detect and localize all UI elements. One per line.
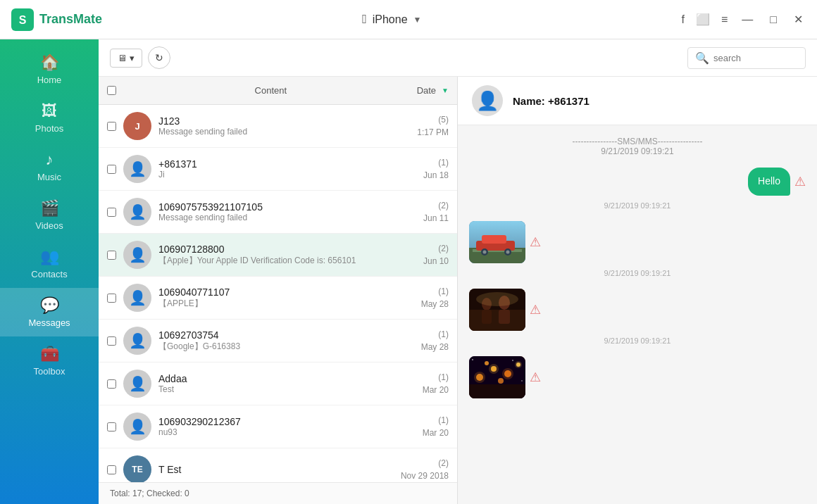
row-checkbox[interactable]: [107, 422, 116, 431]
table-row[interactable]: 👤 106907128800 【Apple】Your Apple ID Veri…: [99, 234, 457, 277]
msg-preview: Message sending failed: [158, 213, 418, 222]
toolbar-left: 🖥 ▾ ↻: [110, 46, 170, 69]
content-area: 🖥 ▾ ↻ 🔍 Content Date ▼: [99, 39, 817, 504]
search-box[interactable]: 🔍: [687, 47, 806, 69]
minimize-button[interactable]: —: [739, 12, 756, 27]
search-icon: 🔍: [695, 51, 709, 65]
row-checkbox[interactable]: [107, 294, 116, 303]
screen-button[interactable]: 🖥 ▾: [110, 49, 142, 68]
menu-icon[interactable]: ≡: [721, 13, 728, 26]
avatar-placeholder-icon: 👤: [129, 332, 146, 349]
screen-dropdown-icon: ▾: [130, 53, 135, 63]
msg-preview: 【APPLE】: [158, 298, 416, 310]
sidebar-item-home[interactable]: 🏠 Home: [0, 45, 99, 94]
table-row[interactable]: 👤 10692703754 【Google】G-616383 (1) May 2…: [99, 320, 457, 363]
avatar: 👤: [123, 198, 151, 226]
main-layout: 🏠 Home 🖼 Photos ♪ Music 🎬 Videos 👥 Conta…: [0, 39, 817, 504]
row-checkbox[interactable]: [107, 336, 116, 346]
brand-section: S TransMate: [11, 8, 102, 31]
msg-count: (2): [438, 458, 449, 468]
msg-meta: (1) May 28: [421, 329, 449, 352]
chat-bubble-icon[interactable]: ⬜: [696, 13, 710, 26]
row-checkbox[interactable]: [107, 165, 116, 174]
split-panel: Content Date ▼ J J123 Message sending fa…: [99, 77, 817, 504]
svg-point-8: [483, 250, 487, 253]
avatar-placeholder-icon: 👤: [129, 375, 146, 392]
sidebar-item-contacts[interactable]: 👥 Contacts: [0, 239, 99, 288]
msg-count: (1): [438, 286, 449, 296]
detail-name-value: +861371: [548, 95, 590, 107]
table-row[interactable]: 👤 106907575392110710​5 Message sending f…: [99, 191, 457, 234]
sidebar-item-videos[interactable]: 🎬 Videos: [0, 191, 99, 239]
row-checkbox[interactable]: [107, 122, 116, 131]
table-row[interactable]: J J123 Message sending failed (5) 1:17 P…: [99, 105, 457, 148]
msg-name: 1069032902​12367: [158, 416, 417, 427]
msg-count: (1): [438, 158, 449, 168]
svg-rect-6: [482, 235, 506, 244]
msg-date: May 28: [421, 342, 449, 352]
table-row[interactable]: TE T Est (2) Nov 29 2018: [99, 448, 457, 482]
row-checkbox[interactable]: [107, 379, 116, 389]
row-checkbox[interactable]: [107, 465, 116, 474]
media-thumbnail-lanterns: [469, 356, 525, 398]
car-image-svg: [469, 221, 525, 263]
close-button[interactable]: ✕: [791, 11, 806, 27]
detail-panel: 👤 Name: +861371 ----------------SMS/MMS-…: [458, 77, 817, 504]
svg-rect-16: [499, 310, 510, 324]
table-row[interactable]: 👤 10690407711​07 【APPLE】 (1) May 28: [99, 277, 457, 320]
svg-point-29: [498, 378, 504, 384]
msg-info: J123 Message sending failed: [158, 115, 411, 137]
table-row[interactable]: 👤 Addaa Test (1) Mar 20: [99, 363, 457, 405]
row-checkbox[interactable]: [107, 251, 116, 260]
detail-avatar-icon: 👤: [476, 90, 499, 112]
error-icon: ⚠: [794, 174, 806, 189]
refresh-button[interactable]: ↻: [148, 46, 170, 69]
sidebar-label-toolbox: Toolbox: [34, 366, 66, 377]
message-items: J J123 Message sending failed (5) 1:17 P…: [99, 105, 457, 482]
avatar-placeholder-icon: 👤: [129, 160, 146, 177]
svg-rect-19: [469, 384, 525, 398]
avatar-placeholder-icon: 👤: [129, 246, 146, 263]
detail-name: Name: +861371: [513, 95, 590, 107]
message-bubble-outgoing: Hello: [748, 168, 790, 196]
msg-date: Jun 11: [423, 213, 449, 223]
svg-point-28: [485, 361, 489, 365]
msg-preview: Message sending failed: [158, 127, 411, 137]
table-row[interactable]: 👤 +861371 Ji (1) Jun 18: [99, 148, 457, 191]
msg-name: J123: [158, 115, 411, 127]
message-list-panel: Content Date ▼ J J123 Message sending fa…: [99, 77, 458, 504]
people-image-svg: [469, 289, 525, 331]
photos-icon: 🖼: [42, 102, 57, 120]
error-icon: ⚠: [530, 302, 541, 317]
svg-point-25: [502, 368, 513, 379]
list-footer: Total: 17; Checked: 0: [99, 482, 457, 504]
msg-info: 106907575392110710​5 Message sending fai…: [158, 201, 418, 222]
device-selector[interactable]:  iPhone ▼: [362, 12, 421, 27]
date-column-header: Date: [417, 85, 436, 96]
bubble-row-incoming: ⚠: [469, 356, 806, 398]
msg-date: 1:17 PM: [417, 127, 449, 137]
avatar: 👤: [123, 370, 151, 398]
row-checkbox[interactable]: [107, 208, 116, 217]
sidebar-item-music[interactable]: ♪ Music: [0, 142, 99, 191]
avatar: 👤: [123, 327, 151, 355]
bubble-row-incoming: ⚠: [469, 289, 806, 331]
sidebar-item-toolbox[interactable]: 🧰 Toolbox: [0, 336, 99, 385]
sms-divider-timestamp: 9/21/2019 09:19:21: [601, 146, 673, 156]
message-timestamp: 9/21/2019 09:19:21: [469, 336, 806, 345]
table-row[interactable]: 👤 1069032902​12367 nu93 (1) Mar 20: [99, 405, 457, 448]
sidebar-label-contacts: Contacts: [31, 269, 67, 279]
sidebar-item-messages[interactable]: 💬 Messages: [0, 288, 99, 336]
music-icon: ♪: [46, 151, 54, 169]
list-header: Content Date ▼: [99, 77, 457, 105]
sidebar-item-photos[interactable]: 🖼 Photos: [0, 94, 99, 142]
msg-preview: Ji: [158, 170, 418, 179]
msg-count: (1): [438, 329, 449, 339]
select-all-checkbox[interactable]: [107, 86, 116, 95]
maximize-button[interactable]: □: [767, 12, 780, 27]
search-input[interactable]: [713, 53, 798, 63]
avatar: 👤: [123, 284, 151, 312]
svg-point-32: [521, 380, 523, 382]
facebook-icon[interactable]: f: [682, 13, 685, 26]
title-bar: S TransMate  iPhone ▼ f ⬜ ≡ — □ ✕: [0, 0, 817, 39]
